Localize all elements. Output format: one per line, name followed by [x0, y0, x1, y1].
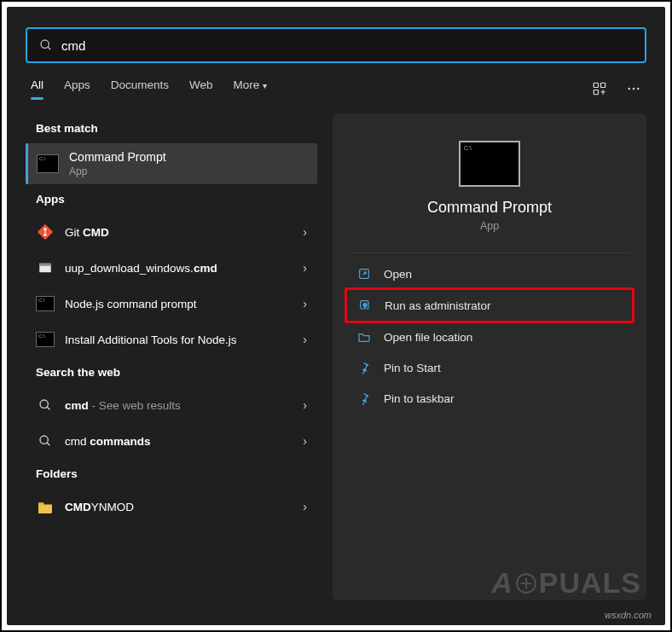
folder-result-label: CMDYNMOD — [65, 501, 293, 513]
action-label: Pin to Start — [384, 362, 441, 374]
preview-subtitle: App — [346, 220, 633, 232]
search-box[interactable]: cmd — [26, 27, 646, 63]
svg-rect-3 — [601, 83, 605, 87]
app-result-label: uup_download_windows.cmd — [65, 262, 293, 275]
folder-outline-icon — [356, 329, 372, 345]
web-result-label: cmd commands — [65, 435, 293, 448]
divider — [350, 252, 629, 253]
file-icon — [36, 258, 55, 277]
section-folders-header: Folders — [36, 467, 317, 480]
chevron-down-icon: ▾ — [263, 81, 267, 90]
git-icon — [36, 223, 55, 241]
app-result-item[interactable]: C:\ Node.js command prompt › — [26, 286, 317, 322]
pin-icon — [356, 391, 372, 406]
tab-more[interactable]: More▾ — [234, 78, 268, 98]
action-open-file-location[interactable]: Open file location — [346, 322, 633, 352]
terminal-icon: C:\ — [36, 330, 55, 349]
action-label: Open file location — [384, 331, 472, 344]
section-best-match-header: Best match — [36, 122, 317, 135]
app-result-label: Install Additional Tools for Node.js — [65, 333, 293, 346]
open-icon — [356, 266, 372, 281]
svg-point-8 — [43, 228, 46, 230]
pin-icon — [356, 360, 372, 375]
svg-point-6 — [633, 87, 634, 89]
action-pin-to-start[interactable]: Pin to Start — [346, 352, 633, 383]
chevron-right-icon: › — [303, 398, 307, 412]
svg-point-9 — [43, 234, 46, 236]
action-label: Open — [384, 268, 412, 281]
svg-point-12 — [40, 400, 48, 408]
more-icon[interactable] — [626, 81, 641, 96]
svg-point-0 — [41, 40, 49, 48]
app-result-label: Node.js command prompt — [65, 298, 293, 310]
chevron-right-icon: › — [303, 225, 307, 239]
best-match-title: Command Prompt — [69, 150, 166, 164]
results-column: Best match C:\ Command Prompt App Apps G… — [26, 113, 317, 600]
search-icon — [36, 396, 55, 415]
svg-line-1 — [48, 47, 50, 49]
attribution: wsxdn.com — [605, 610, 652, 620]
web-result-label: cmd - See web results — [65, 399, 293, 412]
svg-line-13 — [47, 407, 49, 409]
tab-web[interactable]: Web — [189, 78, 213, 98]
tab-row: All Apps Documents Web More▾ — [26, 78, 646, 98]
cmd-thumbnail-icon: C:\ — [37, 154, 59, 173]
tab-all[interactable]: All — [31, 78, 43, 98]
section-apps-header: Apps — [36, 193, 317, 206]
search-icon — [36, 432, 55, 450]
chevron-right-icon: › — [303, 261, 307, 275]
web-result-item[interactable]: cmd - See web results › — [26, 387, 317, 423]
search-query: cmd — [61, 38, 85, 53]
action-label: Run as administrator — [385, 299, 491, 312]
app-result-label: Git CMD — [65, 226, 293, 239]
svg-rect-4 — [594, 90, 598, 94]
app-grid-icon[interactable] — [592, 81, 607, 96]
chevron-right-icon: › — [303, 434, 307, 448]
best-match-subtitle: App — [69, 165, 166, 177]
tab-more-label: More — [234, 78, 260, 91]
tab-apps[interactable]: Apps — [64, 78, 90, 98]
folder-icon — [36, 497, 55, 516]
svg-line-15 — [47, 443, 49, 445]
search-icon — [39, 38, 53, 52]
chevron-right-icon: › — [303, 500, 307, 513]
svg-rect-11 — [39, 264, 51, 266]
chevron-right-icon: › — [303, 333, 307, 346]
action-open[interactable]: Open — [346, 258, 633, 289]
section-web-header: Search the web — [36, 366, 317, 379]
action-pin-to-taskbar[interactable]: Pin to taskbar — [346, 383, 633, 414]
preview-column: C:\ Command Prompt App Open Run as ad — [333, 113, 646, 600]
action-run-as-administrator[interactable]: Run as administrator — [347, 290, 632, 321]
chevron-right-icon: › — [303, 297, 307, 310]
preview-title: Command Prompt — [346, 199, 633, 217]
app-result-item[interactable]: C:\ Install Additional Tools for Node.js… — [26, 322, 317, 357]
tab-documents[interactable]: Documents — [111, 78, 169, 98]
web-result-item[interactable]: cmd commands › — [26, 423, 317, 459]
app-large-icon: C:\ — [459, 141, 520, 187]
best-match-item[interactable]: C:\ Command Prompt App — [26, 143, 317, 184]
folder-result-item[interactable]: CMDYNMOD › — [26, 489, 317, 525]
terminal-icon: C:\ — [36, 294, 55, 313]
action-label: Pin to taskbar — [384, 392, 455, 405]
svg-rect-2 — [594, 83, 598, 87]
admin-shield-icon — [357, 298, 373, 313]
svg-point-14 — [40, 436, 48, 444]
app-result-item[interactable]: Git CMD › — [26, 214, 317, 250]
app-result-item[interactable]: uup_download_windows.cmd › — [26, 250, 317, 286]
svg-point-7 — [637, 87, 639, 89]
svg-point-5 — [629, 87, 630, 89]
